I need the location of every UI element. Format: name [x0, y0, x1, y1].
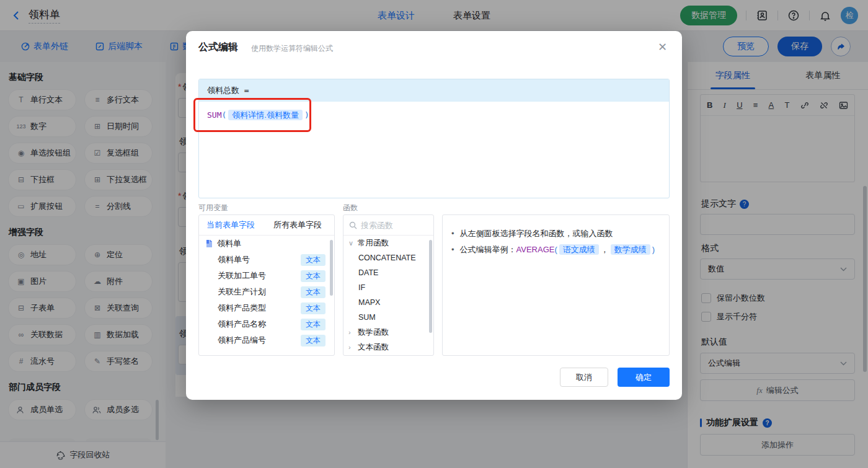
cancel-button[interactable]: 取消 [560, 368, 608, 387]
type-badge: 文本 [301, 302, 326, 314]
variable-root[interactable]: 领料单 [199, 236, 334, 252]
variable-item[interactable]: 关联生产计划文本 [199, 284, 334, 300]
formula-expression[interactable]: SUM(领料详情.领料数量) [199, 102, 669, 129]
help-panel: •从左侧面板选择字段名和函数，或输入函数 •公式编辑举例：AVERAGE(语文成… [442, 214, 670, 356]
modal-title: 公式编辑 [198, 41, 238, 54]
variables-label: 可用变量 [198, 203, 228, 213]
functions-scrollbar[interactable] [429, 240, 432, 333]
caret-down-icon: ∨ [348, 239, 355, 247]
function-name: SUM [207, 110, 221, 120]
tab-current-form-fields[interactable]: 当前表单字段 [206, 219, 255, 231]
function-item[interactable]: CONCATENATE [343, 250, 433, 265]
formula-editor[interactable]: 领料总数 = SUM(领料详情.领料数量) [198, 79, 670, 198]
function-search-input[interactable] [361, 221, 420, 230]
group-math-functions[interactable]: › 数学函数 [343, 325, 433, 340]
type-badge: 文本 [301, 270, 326, 282]
type-badge: 文本 [301, 286, 326, 298]
function-item[interactable]: MAPX [343, 295, 433, 310]
functions-panel: ∨ 常用函数 CONCATENATE DATE IF MAPX SUM › 数学… [343, 214, 434, 356]
variable-item[interactable]: 关联加工单号文本 [199, 268, 334, 284]
functions-label: 函数 [343, 203, 358, 213]
formula-target: 领料总数 = [199, 79, 669, 102]
variable-item[interactable]: 领料产品编号文本 [199, 332, 334, 348]
function-item[interactable]: DATE [343, 265, 433, 280]
confirm-button[interactable]: 确定 [618, 368, 670, 387]
variables-scrollbar[interactable] [330, 240, 333, 296]
type-badge: 文本 [301, 254, 326, 266]
variable-item[interactable]: 领料单号文本 [199, 252, 334, 268]
formula-edit-modal: 公式编辑 使用数学运算符编辑公式 ✕ 领料总数 = SUM(领料详情.领料数量)… [186, 31, 682, 400]
group-text-functions[interactable]: › 文本函数 [343, 340, 433, 355]
type-badge: 文本 [301, 335, 326, 347]
field-token[interactable]: 领料详情.领料数量 [228, 110, 303, 120]
help-line-1: •从左侧面板选择字段名和函数，或输入函数 [451, 226, 660, 242]
example-function-name: AVERAGE [516, 245, 555, 254]
variable-item[interactable]: 领料产品名称文本 [199, 316, 334, 332]
help-line-2: •公式编辑举例：AVERAGE(语文成绩，数学成绩) [451, 242, 660, 258]
example-token: 数学成绩 [611, 244, 650, 255]
caret-right-icon: › [348, 329, 355, 336]
close-icon[interactable]: ✕ [658, 40, 667, 54]
variable-item[interactable]: 领料产品类型文本 [199, 300, 334, 316]
example-token: 语文成绩 [559, 244, 599, 255]
tab-all-form-fields[interactable]: 所有表单字段 [273, 219, 322, 231]
function-item[interactable]: SUM [343, 310, 433, 325]
caret-right-icon: › [348, 343, 355, 351]
variables-panel: 当前表单字段 所有表单字段 领料单 领料单号文本 关联加工单号文本 关联生产计划… [198, 214, 335, 356]
modal-subtitle: 使用数学运算符编辑公式 [251, 43, 333, 54]
type-badge: 文本 [301, 319, 326, 330]
function-item[interactable]: IF [343, 280, 433, 295]
group-common-functions[interactable]: ∨ 常用函数 [343, 236, 433, 250]
search-icon [349, 221, 357, 229]
form-document-icon [205, 239, 213, 248]
